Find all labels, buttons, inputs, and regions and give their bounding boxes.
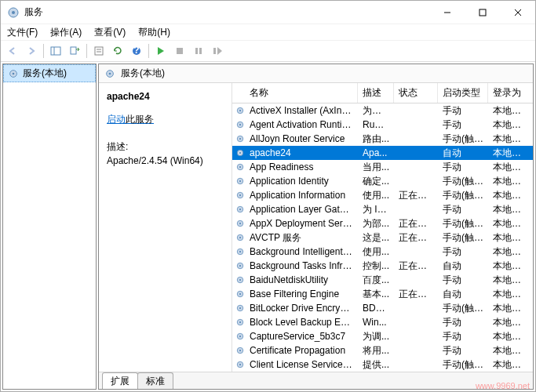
col-header-startup[interactable]: 启动类型: [438, 83, 488, 103]
service-row[interactable]: Application Layer Gatewa...为 In...手动本地服务: [232, 202, 533, 216]
service-row[interactable]: AllJoyn Router Service路由...手动(触发...本地服务: [232, 132, 533, 146]
svg-point-41: [239, 237, 241, 238]
svg-point-49: [239, 293, 241, 295]
service-row[interactable]: ActiveX Installer (AxInstSV)为从 ...手动本地系统: [232, 103, 533, 118]
service-icon: [232, 162, 245, 172]
cell-logon: 本地系统: [488, 358, 533, 372]
col-header-description[interactable]: 描述: [358, 83, 394, 103]
svg-point-35: [239, 194, 241, 196]
tab-standard[interactable]: 标准: [137, 372, 173, 389]
menu-action[interactable]: 操作(A): [47, 25, 85, 40]
cell-logon: 本地系统: [488, 245, 533, 259]
cell-desc: 百度...: [358, 274, 394, 287]
refresh-button[interactable]: [109, 42, 126, 60]
col-header-logon[interactable]: 登录为: [488, 83, 533, 103]
cell-startup: 手动: [438, 104, 488, 118]
cell-name: Block Level Backup Engi...: [245, 317, 358, 328]
svg-point-29: [239, 152, 241, 154]
cell-logon: 本地系统: [488, 330, 533, 343]
tree-item-services-local[interactable]: 服务(本地): [3, 64, 96, 82]
service-icon: [232, 246, 245, 257]
service-row[interactable]: Client License Service (Cli...提供...手动(触发…: [232, 358, 533, 372]
service-icon: [232, 232, 245, 243]
restart-service-button[interactable]: [209, 42, 226, 60]
col-header-name[interactable]: 名称: [232, 83, 358, 103]
cell-logon: 本地服务: [488, 288, 533, 301]
export-list-button[interactable]: [66, 42, 83, 60]
cell-name: BitLocker Drive Encryptio...: [245, 303, 358, 314]
svg-point-31: [239, 166, 241, 168]
menu-view[interactable]: 查看(V): [91, 25, 129, 40]
forward-button[interactable]: [23, 42, 40, 60]
svg-point-51: [239, 307, 241, 309]
cell-name: ActiveX Installer (AxInstSV): [245, 105, 358, 116]
toolbar-separator: [43, 44, 44, 58]
minimize-button[interactable]: [429, 1, 465, 24]
start-service-link[interactable]: 启动此服务: [107, 113, 225, 126]
service-row[interactable]: CaptureService_5b3c7为调...手动本地系统: [232, 329, 533, 343]
menu-bar: 文件(F) 操作(A) 查看(V) 帮助(H): [1, 24, 535, 40]
service-icon: [232, 274, 245, 285]
cell-logon: 本地系统: [488, 344, 533, 358]
svg-point-57: [239, 350, 241, 351]
cell-logon: 本地系统: [488, 302, 533, 315]
description-value: Apache/2.4.54 (Win64): [107, 155, 225, 166]
service-row[interactable]: App Readiness当用...手动本地系统: [232, 160, 533, 174]
service-row[interactable]: BitLocker Drive Encryptio...BDE...手动(触发.…: [232, 301, 533, 315]
cell-desc: BDE...: [358, 303, 394, 314]
svg-point-55: [239, 336, 241, 337]
tab-extended[interactable]: 扩展: [102, 372, 138, 389]
maximize-button[interactable]: [465, 1, 500, 24]
service-row[interactable]: Base Filtering Engine基本...正在运行自动本地服务: [232, 287, 533, 301]
cell-name: App Readiness: [245, 162, 358, 172]
pause-service-button[interactable]: [190, 42, 207, 60]
cell-name: AVCTP 服务: [245, 231, 358, 245]
toolbar-separator: [148, 44, 149, 58]
service-icon: [232, 289, 245, 299]
start-service-button[interactable]: [152, 42, 170, 60]
tree-pane: 服务(本地): [2, 64, 97, 390]
svg-point-53: [239, 321, 241, 323]
svg-point-19: [13, 72, 15, 74]
cell-desc: 使用...: [358, 189, 394, 202]
back-button[interactable]: [4, 42, 21, 60]
col-header-status[interactable]: 状态: [394, 83, 438, 103]
cell-desc: 提供...: [358, 358, 394, 372]
cell-startup: 手动: [438, 316, 488, 329]
service-row[interactable]: apache24Apa...自动本地系统: [232, 146, 533, 160]
cell-logon: 本地系统: [488, 118, 533, 132]
cell-name: Background Intelligent T...: [245, 246, 358, 257]
cell-desc: 为从 ...: [358, 104, 394, 118]
service-row[interactable]: BaiduNetdiskUtility百度...手动本地系统: [232, 273, 533, 287]
service-row[interactable]: Application Information使用...正在运行手动(触发...…: [232, 188, 533, 202]
service-row[interactable]: Certificate Propagation将用...手动本地系统: [232, 343, 533, 358]
show-hide-tree-button[interactable]: [47, 42, 64, 60]
service-icon: [232, 331, 245, 342]
service-row[interactable]: AppX Deployment Servic...为部...正在运行手动(触发.…: [232, 216, 533, 230]
cell-desc: 路由...: [358, 132, 394, 146]
menu-help[interactable]: 帮助(H): [135, 25, 173, 40]
stop-service-button[interactable]: [171, 42, 188, 60]
service-icon: [232, 133, 245, 144]
svg-point-39: [239, 223, 241, 224]
menu-file[interactable]: 文件(F): [4, 25, 41, 40]
services-list: 名称 描述 状态 启动类型 登录为 ActiveX Installer (AxI…: [232, 83, 533, 372]
properties-button[interactable]: [90, 42, 108, 60]
cell-name: CaptureService_5b3c7: [245, 331, 358, 342]
service-row[interactable]: Background Tasks Infras...控制...正在运行自动本地系…: [232, 259, 533, 273]
cell-startup: 手动: [438, 118, 488, 132]
svg-point-1: [12, 11, 15, 14]
service-row[interactable]: Block Level Backup Engi...Win...手动本地系统: [232, 315, 533, 329]
cell-name: AppX Deployment Servic...: [245, 218, 358, 229]
title-bar: 服务: [1, 1, 535, 24]
service-row[interactable]: Agent Activation Runtime...Runt...手动本地系统: [232, 118, 533, 132]
service-row[interactable]: AVCTP 服务这是...正在运行手动(触发...本地服务: [232, 230, 533, 245]
cell-logon: 本地系统: [488, 104, 533, 118]
service-row[interactable]: Application Identity确定...手动(触发...本地服务: [232, 174, 533, 188]
cell-startup: 手动: [438, 245, 488, 259]
help-button[interactable]: ?: [128, 42, 145, 60]
svg-rect-17: [213, 48, 216, 54]
close-button[interactable]: [500, 1, 535, 24]
service-row[interactable]: Background Intelligent T...使用...手动本地系统: [232, 245, 533, 259]
cell-startup: 手动(触发...: [438, 175, 488, 188]
